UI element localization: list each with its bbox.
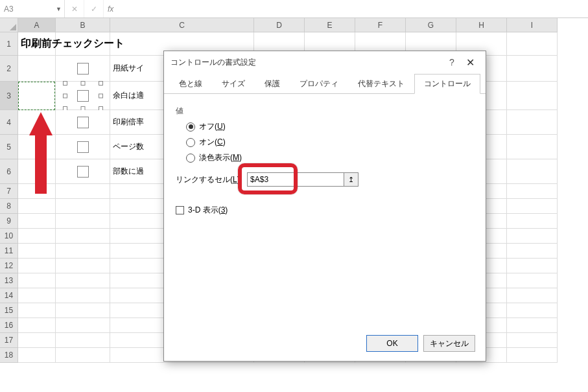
column-header[interactable]: E [305,18,355,32]
column-header[interactable]: I [507,18,558,32]
column-header[interactable]: B [56,18,110,32]
row-header[interactable]: 12 [0,259,18,273]
row-header[interactable]: 6 [0,159,18,184]
row-header[interactable]: 3 [0,82,18,110]
close-icon[interactable]: ✕ [461,56,479,69]
row-header[interactable]: 13 [0,273,18,288]
radio-on[interactable]: オン(C) [186,137,474,148]
cell[interactable] [18,199,56,214]
row-header[interactable]: 11 [0,244,18,259]
tab-0[interactable]: 色と線 [169,74,212,94]
cell[interactable] [18,229,56,244]
cell[interactable] [507,318,558,333]
cell[interactable] [507,199,558,214]
cell[interactable] [507,259,558,273]
selection-handle[interactable] [99,93,103,98]
cell[interactable] [507,348,558,363]
help-icon[interactable]: ? [443,57,461,67]
cell[interactable] [507,303,558,318]
cell[interactable] [56,244,110,259]
form-checkbox[interactable] [77,166,89,178]
radio-off[interactable]: オフ(U) [186,121,474,132]
form-checkbox[interactable] [77,63,89,75]
cell[interactable] [507,333,558,348]
cell[interactable] [18,273,56,288]
name-box[interactable]: A3 ▼ [0,0,65,17]
cell[interactable] [507,135,558,159]
cell[interactable] [507,244,558,259]
refedit-button[interactable]: ↥ [344,172,359,187]
row-header[interactable]: 18 [0,348,18,363]
row-header[interactable]: 2 [0,56,18,82]
selection-handle[interactable] [63,93,67,98]
cell[interactable] [56,135,110,159]
cell[interactable] [507,214,558,229]
cancel-button[interactable]: キャンセル [423,335,475,352]
cell[interactable] [56,318,110,333]
cell[interactable] [507,229,558,244]
cell[interactable] [56,110,110,135]
row-header[interactable]: 15 [0,303,18,318]
cell[interactable] [18,303,56,318]
cell[interactable] [18,56,56,82]
dialog-titlebar[interactable]: コントロールの書式設定 ? ✕ [164,51,486,73]
cell[interactable] [56,259,110,273]
fx-label[interactable]: fx [108,5,113,14]
cell[interactable] [507,184,558,199]
selection-handle[interactable] [80,81,85,86]
cell[interactable] [18,318,56,333]
selection-handle[interactable] [63,81,67,86]
selection-handle[interactable] [99,81,103,86]
column-header[interactable]: F [355,18,406,32]
row-header[interactable]: 4 [0,110,18,135]
row-header[interactable]: 1 [0,32,18,56]
row-header[interactable]: 10 [0,229,18,244]
row-header[interactable]: 7 [0,184,18,199]
cell[interactable] [18,288,56,303]
cell-link-input[interactable] [247,172,344,187]
cell[interactable] [56,56,110,82]
cell[interactable] [56,348,110,363]
tab-3[interactable]: プロパティ [290,74,348,94]
row-header[interactable]: 17 [0,333,18,348]
cell[interactable] [18,82,56,110]
cell[interactable] [56,273,110,288]
cell[interactable]: 印刷前チェックシート [18,32,56,56]
cell[interactable] [18,244,56,259]
tab-1[interactable]: サイズ [212,74,255,94]
cell[interactable] [18,214,56,229]
cell[interactable] [507,32,558,56]
cell[interactable] [507,56,558,82]
cell[interactable] [507,273,558,288]
cell[interactable] [56,288,110,303]
cell[interactable] [56,184,110,199]
formula-input[interactable] [117,0,588,17]
cell[interactable] [507,82,558,110]
cell[interactable] [56,333,110,348]
cell[interactable] [56,303,110,318]
column-header[interactable]: H [456,18,507,32]
cell[interactable] [56,159,110,184]
cell[interactable] [507,159,558,184]
row-header[interactable]: 14 [0,288,18,303]
radio-mixed[interactable]: 淡色表示(M) [186,152,474,163]
column-header[interactable]: D [254,18,305,32]
form-checkbox-selected[interactable] [65,83,101,109]
cell[interactable] [18,348,56,363]
form-checkbox[interactable] [77,141,89,153]
row-header[interactable]: 5 [0,135,18,159]
column-header[interactable]: A [18,18,56,32]
ok-button[interactable]: OK [366,335,418,352]
cell[interactable] [56,82,110,110]
column-header[interactable]: C [110,18,254,32]
tab-2[interactable]: 保護 [255,74,290,94]
cell[interactable] [56,229,110,244]
select-all-corner[interactable] [0,18,18,32]
cell[interactable] [56,199,110,214]
three-d-checkbox[interactable]: 3-D 表示(3) [176,205,474,216]
row-header[interactable]: 16 [0,318,18,333]
cell[interactable] [18,333,56,348]
tab-4[interactable]: 代替テキスト [348,74,414,94]
form-checkbox[interactable] [77,117,89,128]
tab-5[interactable]: コントロール [414,74,480,94]
